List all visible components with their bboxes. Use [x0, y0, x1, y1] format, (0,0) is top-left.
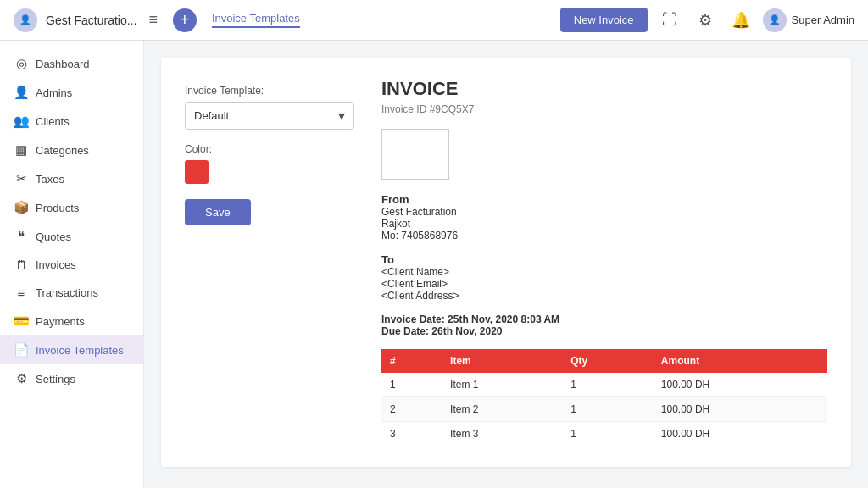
- sidebar-icon-clients: 👥: [14, 114, 29, 129]
- template-label: Invoice Template:: [185, 85, 354, 97]
- table-cell: 1: [562, 422, 653, 446]
- invoice-table: #ItemQtyAmount 1Item 11100.00 DH2Item 21…: [381, 349, 827, 446]
- sidebar-label-invoices: Invoices: [36, 258, 76, 271]
- sidebar-item-categories[interactable]: ▦ Categories: [0, 136, 143, 164]
- table-cell: 1: [562, 373, 653, 397]
- template-select[interactable]: Default ▾: [185, 102, 354, 130]
- avatar: 👤: [763, 8, 787, 32]
- sidebar-item-products[interactable]: 📦 Products: [0, 193, 143, 222]
- table-row: 3Item 31100.00 DH: [381, 422, 827, 446]
- table-cell: 1: [562, 397, 653, 422]
- sidebar-label-payments: Payments: [36, 315, 85, 328]
- notifications-button[interactable]: 🔔: [727, 7, 754, 34]
- invoice-title: INVOICE: [381, 78, 827, 100]
- invoice-logo-box: [381, 129, 449, 180]
- invoice-date-label: Invoice Date:: [381, 313, 445, 325]
- sidebar-label-quotes: Quotes: [36, 230, 71, 243]
- table-cell: Item 3: [442, 422, 562, 446]
- bell-icon: 🔔: [732, 11, 750, 30]
- table-row: 1Item 11100.00 DH: [381, 373, 827, 397]
- table-header: #ItemQtyAmount: [381, 349, 827, 373]
- username: Super Admin: [792, 14, 854, 26]
- sidebar-item-settings[interactable]: ⚙ Settings: [0, 364, 143, 393]
- sidebar-item-admins[interactable]: 👤 Admins: [0, 78, 143, 107]
- to-line-2: <Client Email>: [381, 278, 827, 290]
- table-cell: 100.00 DH: [653, 373, 827, 397]
- sidebar-label-admins: Admins: [36, 86, 72, 99]
- to-line-3: <Client Address>: [381, 290, 827, 302]
- sidebar-item-dashboard[interactable]: ◎ Dashboard: [0, 49, 143, 78]
- table-cell: Item 1: [442, 373, 562, 397]
- due-date-line: Due Date: 26th Nov, 2020: [381, 325, 827, 337]
- from-line-3: Mo: 7405868976: [381, 230, 827, 241]
- menu-icon[interactable]: ≡: [148, 11, 158, 29]
- app-title: Gest Facturatio...: [46, 14, 136, 27]
- content-area: Invoice Template: Default ▾ Color: Save …: [144, 41, 868, 488]
- invoice-from: From Gest Facturation Rajkot Mo: 7405868…: [381, 193, 827, 241]
- fullscreen-icon: ⛶: [662, 11, 677, 29]
- invoice-preview: INVOICE Invoice ID #9CQ5X7 From Gest Fac…: [381, 78, 827, 446]
- new-invoice-button[interactable]: New Invoice: [560, 8, 648, 32]
- sidebar-item-invoice-templates[interactable]: 📄 Invoice Templates: [0, 336, 143, 364]
- sidebar-icon-categories: ▦: [14, 142, 29, 158]
- sidebar-item-invoices[interactable]: 🗒 Invoices: [0, 251, 143, 279]
- chevron-down-icon: ▾: [338, 108, 345, 124]
- from-line-2: Rajkot: [381, 218, 827, 230]
- table-cell: 100.00 DH: [653, 422, 827, 446]
- table-cell: 2: [381, 397, 442, 422]
- sidebar-label-clients: Clients: [36, 115, 70, 128]
- table-header-cell: Qty: [562, 349, 653, 373]
- sidebar-icon-transactions: ≡: [14, 286, 29, 300]
- sidebar-icon-quotes: ❝: [14, 229, 29, 244]
- invoice-id: Invoice ID #9CQ5X7: [381, 103, 827, 115]
- add-button[interactable]: +: [173, 8, 197, 32]
- color-swatch[interactable]: [185, 160, 209, 184]
- sidebar-label-categories: Categories: [36, 144, 89, 157]
- fullscreen-button[interactable]: ⛶: [656, 7, 683, 34]
- form-section: Invoice Template: Default ▾ Color: Save: [185, 78, 354, 446]
- sidebar-label-dashboard: Dashboard: [36, 58, 90, 70]
- sidebar-icon-dashboard: ◎: [14, 56, 29, 71]
- table-header-cell: #: [381, 349, 442, 373]
- from-line-1: Gest Facturation: [381, 206, 827, 218]
- save-button[interactable]: Save: [185, 199, 251, 225]
- sidebar-label-invoice-templates: Invoice Templates: [36, 344, 124, 357]
- sidebar-icon-payments: 💳: [14, 313, 29, 329]
- due-date-value: 26th Nov, 2020: [431, 325, 502, 337]
- sidebar-label-taxes: Taxes: [36, 173, 64, 186]
- profile-image-left: 👤: [14, 8, 37, 32]
- sidebar-item-taxes[interactable]: ✂ Taxes: [0, 164, 143, 193]
- table-header-cell: Item: [442, 349, 562, 373]
- sidebar-icon-settings: ⚙: [14, 371, 29, 386]
- sidebar-icon-products: 📦: [14, 200, 29, 215]
- color-label: Color:: [185, 143, 354, 155]
- template-select-value: Default: [194, 109, 338, 122]
- table-cell: 3: [381, 422, 442, 446]
- sidebar-icon-invoice-templates: 📄: [14, 342, 29, 358]
- table-cell: 100.00 DH: [653, 397, 827, 422]
- sidebar: ◎ Dashboard👤 Admins👥 Clients▦ Categories…: [0, 41, 144, 488]
- main-layout: ◎ Dashboard👤 Admins👥 Clients▦ Categories…: [0, 41, 868, 488]
- settings-button[interactable]: ⚙: [692, 7, 719, 34]
- invoice-date-value: 25th Nov, 2020 8:03 AM: [448, 313, 559, 325]
- topnav: 👤 Gest Facturatio... ≡ + Invoice Templat…: [0, 0, 868, 41]
- sidebar-label-settings: Settings: [36, 373, 75, 385]
- invoice-dates: Invoice Date: 25th Nov, 2020 8:03 AM Due…: [381, 313, 827, 337]
- sidebar-item-quotes[interactable]: ❝ Quotes: [0, 222, 143, 251]
- sidebar-icon-invoices: 🗒: [14, 258, 29, 272]
- table-row: 2Item 21100.00 DH: [381, 397, 827, 422]
- content-layout: Invoice Template: Default ▾ Color: Save …: [185, 78, 827, 446]
- to-label: To: [381, 253, 827, 266]
- sidebar-item-payments[interactable]: 💳 Payments: [0, 307, 143, 336]
- content-card: Invoice Template: Default ▾ Color: Save …: [161, 58, 851, 467]
- sidebar-item-transactions[interactable]: ≡ Transactions: [0, 279, 143, 307]
- to-line-1: <Client Name>: [381, 266, 827, 278]
- sidebar-icon-admins: 👤: [14, 85, 29, 100]
- invoice-templates-tab[interactable]: Invoice Templates: [212, 12, 300, 28]
- from-label: From: [381, 193, 827, 206]
- invoice-to: To <Client Name> <Client Email> <Client …: [381, 253, 827, 302]
- sidebar-item-clients[interactable]: 👥 Clients: [0, 107, 143, 136]
- sidebar-label-transactions: Transactions: [36, 286, 98, 299]
- table-body: 1Item 11100.00 DH2Item 21100.00 DH3Item …: [381, 373, 827, 446]
- sidebar-icon-taxes: ✂: [14, 171, 29, 186]
